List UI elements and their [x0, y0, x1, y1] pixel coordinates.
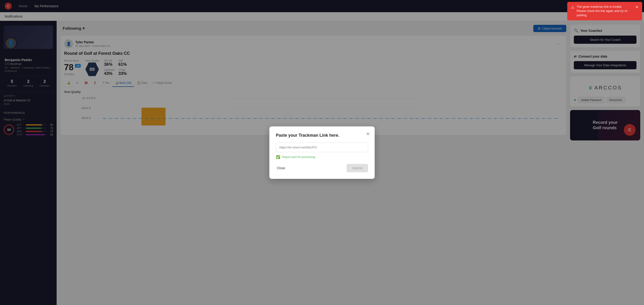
- modal-title: Paste your Trackman Link here.: [276, 133, 368, 138]
- modal-submit-label: Submit: [352, 166, 362, 170]
- success-check-icon: ✅: [276, 155, 280, 159]
- modal-overlay: Paste your Trackman Link here. ✕ ✅ Repor…: [0, 0, 644, 305]
- toast-message: The given trackman link is invalid. Plea…: [576, 5, 631, 18]
- modal-close-x-button[interactable]: ✕: [366, 131, 370, 137]
- toast-notification: ⚠ The given trackman link is invalid. Pl…: [567, 2, 642, 20]
- modal-submit-button[interactable]: Submit: [346, 164, 368, 172]
- modal-success-message: ✅ Report sent for processing: [276, 155, 368, 159]
- toast-warning-icon: ⚠: [571, 5, 574, 10]
- toast-close-button[interactable]: ✕: [635, 5, 638, 10]
- trackman-modal: Paste your Trackman Link here. ✕ ✅ Repor…: [269, 126, 375, 179]
- modal-close-button[interactable]: Close: [276, 164, 286, 172]
- success-text: Report sent for processing: [282, 156, 315, 159]
- modal-close-label: Close: [277, 166, 285, 170]
- modal-footer: Close Submit: [276, 164, 368, 172]
- trackman-link-input[interactable]: [276, 142, 368, 152]
